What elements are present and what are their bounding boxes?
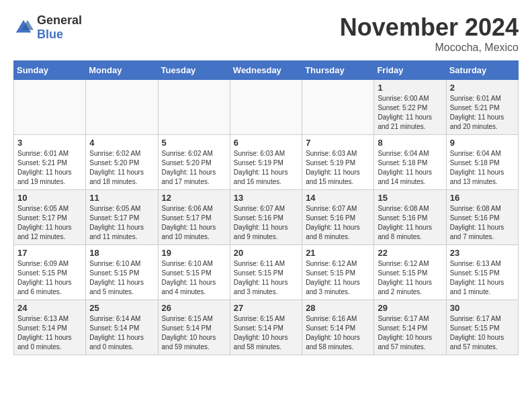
calendar-cell <box>158 80 230 135</box>
calendar-cell: 5Sunrise: 6:02 AM Sunset: 5:20 PM Daylig… <box>158 135 230 190</box>
location-title: Mococha, Mexico <box>340 42 519 54</box>
calendar-cell: 4Sunrise: 6:02 AM Sunset: 5:20 PM Daylig… <box>86 135 158 190</box>
day-info: Sunrise: 6:10 AM Sunset: 5:15 PM Dayligh… <box>162 259 226 297</box>
day-info: Sunrise: 6:10 AM Sunset: 5:15 PM Dayligh… <box>89 259 154 297</box>
day-info: Sunrise: 6:07 AM Sunset: 5:16 PM Dayligh… <box>306 204 370 242</box>
day-info: Sunrise: 6:12 AM Sunset: 5:15 PM Dayligh… <box>378 259 442 297</box>
day-number: 24 <box>17 303 82 313</box>
day-info: Sunrise: 6:04 AM Sunset: 5:18 PM Dayligh… <box>450 149 515 187</box>
week-row-5: 24Sunrise: 6:13 AM Sunset: 5:14 PM Dayli… <box>14 300 519 355</box>
day-info: Sunrise: 6:06 AM Sunset: 5:17 PM Dayligh… <box>162 204 226 242</box>
day-number: 3 <box>17 138 82 148</box>
header-friday: Friday <box>374 61 446 80</box>
header-thursday: Thursday <box>302 61 374 80</box>
calendar-cell: 21Sunrise: 6:12 AM Sunset: 5:15 PM Dayli… <box>302 245 374 300</box>
calendar-cell: 23Sunrise: 6:13 AM Sunset: 5:15 PM Dayli… <box>446 245 518 300</box>
header-monday: Monday <box>86 61 158 80</box>
calendar-cell: 8Sunrise: 6:04 AM Sunset: 5:18 PM Daylig… <box>374 135 446 190</box>
calendar-cell: 18Sunrise: 6:10 AM Sunset: 5:15 PM Dayli… <box>86 245 158 300</box>
calendar-cell <box>86 80 158 135</box>
day-number: 28 <box>306 303 370 313</box>
day-info: Sunrise: 6:03 AM Sunset: 5:19 PM Dayligh… <box>306 149 370 187</box>
title-block: November 2024 Mococha, Mexico <box>340 13 519 54</box>
calendar-cell: 14Sunrise: 6:07 AM Sunset: 5:16 PM Dayli… <box>302 190 374 245</box>
logo: General Blue <box>13 13 82 42</box>
day-number: 29 <box>378 303 442 313</box>
day-number: 26 <box>162 303 226 313</box>
logo-text: General Blue <box>37 13 82 42</box>
calendar-cell: 29Sunrise: 6:17 AM Sunset: 5:14 PM Dayli… <box>374 300 446 355</box>
calendar-cell <box>230 80 302 135</box>
page-header: General Blue November 2024 Mococha, Mexi… <box>13 13 519 54</box>
day-info: Sunrise: 6:07 AM Sunset: 5:16 PM Dayligh… <box>234 204 298 242</box>
month-title: November 2024 <box>340 13 519 42</box>
day-info: Sunrise: 6:08 AM Sunset: 5:16 PM Dayligh… <box>378 204 442 242</box>
calendar-cell: 24Sunrise: 6:13 AM Sunset: 5:14 PM Dayli… <box>14 300 86 355</box>
calendar-cell: 25Sunrise: 6:14 AM Sunset: 5:14 PM Dayli… <box>86 300 158 355</box>
day-number: 4 <box>89 138 154 148</box>
day-number: 6 <box>234 138 298 148</box>
day-number: 17 <box>17 248 82 258</box>
day-info: Sunrise: 6:12 AM Sunset: 5:15 PM Dayligh… <box>306 259 370 297</box>
day-number: 2 <box>450 83 515 93</box>
day-info: Sunrise: 6:17 AM Sunset: 5:15 PM Dayligh… <box>450 314 515 352</box>
week-row-4: 17Sunrise: 6:09 AM Sunset: 5:15 PM Dayli… <box>14 245 519 300</box>
day-info: Sunrise: 6:13 AM Sunset: 5:15 PM Dayligh… <box>450 259 515 297</box>
day-info: Sunrise: 6:05 AM Sunset: 5:17 PM Dayligh… <box>89 204 154 242</box>
day-number: 23 <box>450 248 515 258</box>
day-info: Sunrise: 6:13 AM Sunset: 5:14 PM Dayligh… <box>17 314 82 352</box>
day-number: 11 <box>89 193 154 203</box>
calendar-cell: 17Sunrise: 6:09 AM Sunset: 5:15 PM Dayli… <box>14 245 86 300</box>
header-tuesday: Tuesday <box>158 61 230 80</box>
day-info: Sunrise: 6:05 AM Sunset: 5:17 PM Dayligh… <box>17 204 82 242</box>
logo-blue: Blue <box>37 28 82 42</box>
day-number: 20 <box>234 248 298 258</box>
calendar-cell: 9Sunrise: 6:04 AM Sunset: 5:18 PM Daylig… <box>446 135 518 190</box>
day-info: Sunrise: 6:00 AM Sunset: 5:22 PM Dayligh… <box>378 94 442 132</box>
header-sunday: Sunday <box>14 61 86 80</box>
calendar-cell: 26Sunrise: 6:15 AM Sunset: 5:14 PM Dayli… <box>158 300 230 355</box>
day-info: Sunrise: 6:09 AM Sunset: 5:15 PM Dayligh… <box>17 259 82 297</box>
day-number: 21 <box>306 248 370 258</box>
day-info: Sunrise: 6:04 AM Sunset: 5:18 PM Dayligh… <box>378 149 442 187</box>
calendar-cell <box>302 80 374 135</box>
logo-general: General <box>37 13 82 28</box>
calendar-cell: 20Sunrise: 6:11 AM Sunset: 5:15 PM Dayli… <box>230 245 302 300</box>
day-info: Sunrise: 6:15 AM Sunset: 5:14 PM Dayligh… <box>234 314 298 352</box>
calendar-cell: 2Sunrise: 6:01 AM Sunset: 5:21 PM Daylig… <box>446 80 518 135</box>
day-number: 5 <box>162 138 226 148</box>
day-number: 9 <box>450 138 515 148</box>
day-number: 14 <box>306 193 370 203</box>
day-info: Sunrise: 6:11 AM Sunset: 5:15 PM Dayligh… <box>234 259 298 297</box>
calendar-cell: 22Sunrise: 6:12 AM Sunset: 5:15 PM Dayli… <box>374 245 446 300</box>
calendar-cell: 19Sunrise: 6:10 AM Sunset: 5:15 PM Dayli… <box>158 245 230 300</box>
header-saturday: Saturday <box>446 61 518 80</box>
day-info: Sunrise: 6:14 AM Sunset: 5:14 PM Dayligh… <box>89 314 154 352</box>
day-number: 10 <box>17 193 82 203</box>
day-number: 7 <box>306 138 370 148</box>
day-number: 8 <box>378 138 442 148</box>
calendar-cell: 12Sunrise: 6:06 AM Sunset: 5:17 PM Dayli… <box>158 190 230 245</box>
calendar-cell <box>14 80 86 135</box>
day-info: Sunrise: 6:02 AM Sunset: 5:20 PM Dayligh… <box>89 149 154 187</box>
day-info: Sunrise: 6:08 AM Sunset: 5:16 PM Dayligh… <box>450 204 515 242</box>
day-number: 15 <box>378 193 442 203</box>
day-number: 19 <box>162 248 226 258</box>
day-number: 18 <box>89 248 154 258</box>
logo-icon <box>13 17 34 38</box>
calendar-cell: 3Sunrise: 6:01 AM Sunset: 5:21 PM Daylig… <box>14 135 86 190</box>
day-number: 16 <box>450 193 515 203</box>
day-number: 1 <box>378 83 442 93</box>
day-number: 12 <box>162 193 226 203</box>
calendar-cell: 6Sunrise: 6:03 AM Sunset: 5:19 PM Daylig… <box>230 135 302 190</box>
week-row-2: 3Sunrise: 6:01 AM Sunset: 5:21 PM Daylig… <box>14 135 519 190</box>
calendar-cell: 13Sunrise: 6:07 AM Sunset: 5:16 PM Dayli… <box>230 190 302 245</box>
week-row-1: 1Sunrise: 6:00 AM Sunset: 5:22 PM Daylig… <box>14 80 519 135</box>
day-number: 25 <box>89 303 154 313</box>
calendar-cell: 15Sunrise: 6:08 AM Sunset: 5:16 PM Dayli… <box>374 190 446 245</box>
calendar-cell: 16Sunrise: 6:08 AM Sunset: 5:16 PM Dayli… <box>446 190 518 245</box>
day-number: 13 <box>234 193 298 203</box>
day-info: Sunrise: 6:03 AM Sunset: 5:19 PM Dayligh… <box>234 149 298 187</box>
day-number: 30 <box>450 303 515 313</box>
calendar-table: SundayMondayTuesdayWednesdayThursdayFrid… <box>13 60 519 355</box>
